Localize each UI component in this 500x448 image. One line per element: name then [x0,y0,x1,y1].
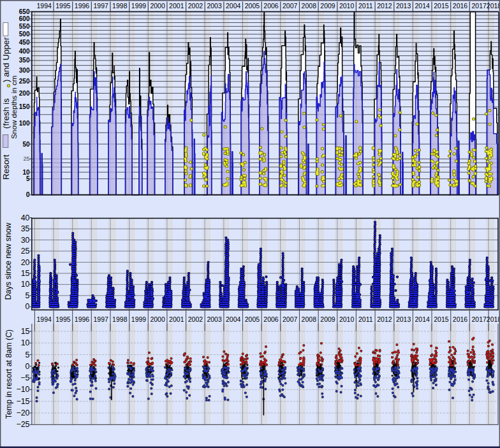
svg-text:2004: 2004 [226,315,241,323]
svg-text:2014: 2014 [415,2,430,10]
svg-text:2007: 2007 [283,2,298,10]
svg-text:2008: 2008 [302,315,317,323]
svg-text:(fresh is: (fresh is [1,98,11,129]
svg-text:2015: 2015 [434,315,449,323]
svg-text:Snow depths in cm: Snow depths in cm [10,75,18,139]
svg-text:1995: 1995 [55,2,71,10]
svg-text:2016: 2016 [453,315,468,323]
svg-text:2000: 2000 [150,2,165,10]
svg-text:2001: 2001 [169,2,184,10]
svg-text:2005: 2005 [245,2,260,10]
svg-text:200: 200 [19,90,30,97]
svg-text:500: 500 [19,31,30,38]
svg-text:2017: 2017 [472,2,487,10]
svg-text:2000: 2000 [150,315,165,323]
svg-text:15: 15 [21,327,30,336]
svg-text:2002: 2002 [188,315,203,323]
svg-text:) and Upper: ) and Upper [1,37,11,82]
svg-text:0: 0 [26,191,30,198]
svg-text:2010: 2010 [339,315,355,323]
svg-text:2010: 2010 [339,2,355,10]
svg-text:2012: 2012 [377,315,392,323]
svg-text:−15: −15 [16,397,29,406]
svg-text:Resort: Resort [1,154,11,180]
svg-text:1996: 1996 [75,2,90,10]
svg-text:1999: 1999 [131,2,147,10]
svg-text:Temp in resort at 8am (C): Temp in resort at 8am (C) [4,329,13,419]
svg-text:−10: −10 [16,385,29,394]
svg-text:2006: 2006 [263,315,279,323]
svg-text:1997: 1997 [94,2,109,10]
svg-text:2003: 2003 [207,2,222,10]
svg-text:2017: 2017 [472,315,487,323]
svg-text:5: 5 [26,350,30,359]
svg-text:2015: 2015 [434,2,449,10]
svg-text:50: 50 [22,141,30,148]
svg-text:2016: 2016 [453,2,468,10]
svg-text:2009: 2009 [320,315,335,323]
svg-text:2011: 2011 [358,2,373,10]
svg-text:1998: 1998 [112,315,128,323]
svg-text:2005: 2005 [245,315,260,323]
svg-text:650: 650 [19,8,30,15]
svg-text:550: 550 [19,23,30,30]
svg-text:Days since new snow: Days since new snow [4,222,13,300]
svg-text:2014: 2014 [415,315,430,323]
svg-text:25: 25 [21,247,30,256]
svg-text:2002: 2002 [188,2,203,10]
svg-text:600: 600 [19,15,30,22]
svg-text:2009: 2009 [320,2,335,10]
svg-text:−20: −20 [16,408,29,417]
svg-text:2018: 2018 [487,2,500,10]
svg-text:5: 5 [26,175,30,182]
svg-text:2011: 2011 [358,315,373,323]
svg-text:1996: 1996 [75,315,90,323]
svg-text:40: 40 [21,213,30,222]
svg-text:1999: 1999 [131,315,147,323]
svg-text:10: 10 [21,280,30,289]
svg-text:10: 10 [22,169,30,176]
svg-text:35: 35 [21,224,30,233]
svg-text:2003: 2003 [207,315,222,323]
svg-text:1997: 1997 [94,315,109,323]
svg-text:2007: 2007 [283,315,298,323]
svg-text:0: 0 [26,302,30,311]
svg-text:30: 30 [21,236,30,245]
svg-text:2006: 2006 [263,2,279,10]
svg-text:2013: 2013 [396,315,411,323]
svg-text:1998: 1998 [112,2,128,10]
svg-text:1994: 1994 [37,2,52,10]
svg-text:450: 450 [19,39,30,46]
svg-text:2001: 2001 [169,315,184,323]
svg-text:100: 100 [19,120,30,127]
svg-text:300: 300 [19,67,30,74]
svg-text:−25: −25 [16,420,29,429]
svg-text:25: 25 [23,155,29,162]
svg-text:400: 400 [19,48,30,55]
svg-text:−5: −5 [20,373,29,382]
svg-text:5: 5 [26,291,30,300]
svg-text:350: 350 [19,57,30,64]
svg-text:250: 250 [19,78,30,85]
svg-text:2008: 2008 [302,2,317,10]
svg-text:2004: 2004 [226,2,241,10]
svg-text:2018: 2018 [487,315,500,323]
svg-text:150: 150 [19,103,30,110]
svg-text:2013: 2013 [396,2,411,10]
svg-text:0: 0 [26,362,30,371]
svg-text:20: 20 [21,258,30,267]
svg-text:15: 15 [21,269,30,278]
svg-text:1994: 1994 [37,315,52,323]
svg-text:2012: 2012 [377,2,392,10]
svg-text:10: 10 [21,338,30,347]
svg-text:1995: 1995 [55,315,71,323]
